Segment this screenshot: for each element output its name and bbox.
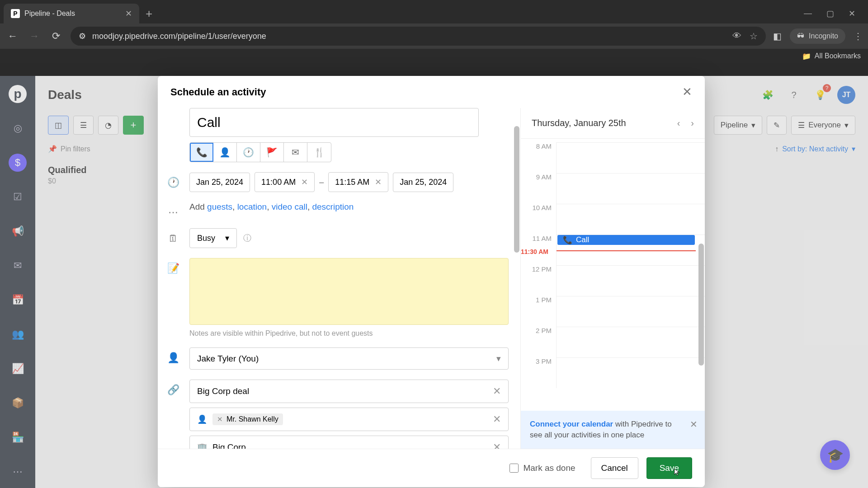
maximize-icon[interactable]: ▢ xyxy=(826,9,834,19)
person-icon: 👤 xyxy=(166,347,180,364)
add-location-link[interactable]: location xyxy=(237,202,267,211)
dash-separator: – xyxy=(319,178,324,187)
time-label: 1 PM xyxy=(521,296,556,327)
type-call-button[interactable]: 📞 xyxy=(190,143,213,162)
tab-close-icon[interactable]: ✕ xyxy=(125,9,132,19)
clear-icon[interactable]: ✕ xyxy=(375,177,382,187)
prev-day-button[interactable]: ‹ xyxy=(677,118,680,128)
schedule-activity-modal: Schedule an activity ✕ Call 📞 👤 🕐 🚩 xyxy=(158,76,705,487)
time-label: 8 AM xyxy=(521,142,556,173)
deal-input[interactable]: Big Corp deal ✕ xyxy=(189,380,509,403)
type-task-button[interactable]: 🕐 xyxy=(237,143,260,162)
calendar-connect-banner: Connect your calendar with Pipedrive to … xyxy=(521,411,705,449)
calendar-date-label: Thursday, January 25th xyxy=(532,118,626,128)
more-icon[interactable]: ⋯ xyxy=(166,202,180,218)
connect-calendar-link[interactable]: Connect your calendar xyxy=(530,420,613,428)
next-day-button[interactable]: › xyxy=(691,118,694,128)
person-input[interactable]: 👤 ✕ Mr. Shawn Kelly ✕ xyxy=(189,408,509,431)
time-label: 2 PM xyxy=(521,327,556,357)
bookmark-star-icon[interactable]: ☆ xyxy=(750,31,758,42)
org-input[interactable]: 🏢 Big Corp ✕ xyxy=(189,436,509,449)
close-window-icon[interactable]: ✕ xyxy=(849,9,855,19)
clock-icon: 🕐 xyxy=(166,172,180,188)
start-date-input[interactable]: Jan 25, 2024 xyxy=(189,173,250,192)
clear-icon[interactable]: ✕ xyxy=(493,413,501,425)
chevron-down-icon: ▾ xyxy=(496,353,501,364)
type-meeting-button[interactable]: 👤 xyxy=(213,143,237,162)
end-time-input[interactable]: 11:15 AM✕ xyxy=(328,172,388,192)
notes-icon: 📝 xyxy=(166,258,180,274)
clear-icon[interactable]: ✕ xyxy=(493,441,501,449)
url-bar[interactable]: ⚙ moodjoy.pipedrive.com/pipeline/1/user/… xyxy=(71,27,766,46)
clear-icon[interactable]: ✕ xyxy=(301,177,308,187)
time-label: 9 AM xyxy=(521,173,556,204)
forward-button: → xyxy=(27,30,42,42)
close-banner-icon[interactable]: ✕ xyxy=(690,418,698,431)
new-tab-button[interactable]: + xyxy=(141,7,157,21)
reload-button[interactable]: ⟳ xyxy=(49,30,63,42)
all-bookmarks-link[interactable]: All Bookmarks xyxy=(815,52,861,60)
minimize-icon[interactable]: — xyxy=(804,9,812,19)
scrollbar-thumb[interactable] xyxy=(698,244,704,366)
type-email-button[interactable]: ✉ xyxy=(284,143,307,162)
tab-title: Pipeline - Deals xyxy=(24,9,121,18)
tab-favicon: P xyxy=(11,9,20,18)
url-text: moodjoy.pipedrive.com/pipeline/1/user/ev… xyxy=(92,32,266,41)
modal-title: Schedule an activity xyxy=(170,86,266,98)
owner-select[interactable]: Jake Tyler (You) ▾ xyxy=(189,347,509,370)
save-button[interactable]: Save xyxy=(646,457,692,479)
incognito-label: Incognito xyxy=(809,32,838,40)
type-deadline-button[interactable]: 🚩 xyxy=(260,143,284,162)
site-settings-icon[interactable]: ⚙ xyxy=(79,31,86,41)
person-icon: 👤 xyxy=(197,414,207,424)
incognito-icon: 🕶 xyxy=(797,32,804,40)
mark-done-input[interactable] xyxy=(509,464,519,473)
close-icon[interactable]: ✕ xyxy=(682,85,692,99)
busy-icon: 🗓 xyxy=(166,228,180,244)
menu-icon[interactable]: ⋮ xyxy=(854,31,863,42)
now-indicator xyxy=(557,250,696,251)
link-icon: 🔗 xyxy=(166,380,180,396)
hide-icon[interactable]: 👁 xyxy=(732,31,741,42)
building-icon: 🏢 xyxy=(197,442,207,449)
availability-select[interactable]: Busy ▾ xyxy=(189,228,237,248)
now-time-label: 11:30 AM xyxy=(521,248,548,255)
call-icon: 📞 xyxy=(563,235,572,245)
mark-done-checkbox[interactable]: Mark as done xyxy=(509,463,575,473)
time-label: 12 PM xyxy=(521,265,556,296)
add-guests-link[interactable]: guests xyxy=(207,202,232,211)
calendar-event[interactable]: 📞 Call xyxy=(557,235,695,245)
clear-icon[interactable]: ✕ xyxy=(493,385,501,397)
browser-tab[interactable]: P Pipeline - Deals ✕ xyxy=(4,4,139,23)
end-date-input[interactable]: Jan 25, 2024 xyxy=(393,173,453,192)
back-button[interactable]: ← xyxy=(5,30,20,42)
time-label: 10 AM xyxy=(521,204,556,235)
folder-icon: 📁 xyxy=(802,52,811,61)
person-chip[interactable]: ✕ Mr. Shawn Kelly xyxy=(212,413,283,425)
add-fields-row: Add guests, location, video call, descri… xyxy=(189,202,509,212)
time-label: 3 PM xyxy=(521,357,556,388)
add-video-call-link[interactable]: video call xyxy=(272,202,307,211)
chevron-down-icon: ▾ xyxy=(225,233,229,243)
remove-chip-icon[interactable]: ✕ xyxy=(217,415,223,423)
type-lunch-button[interactable]: 🍴 xyxy=(307,143,331,162)
start-time-input[interactable]: 11:00 AM✕ xyxy=(255,172,315,192)
add-description-link[interactable]: description xyxy=(312,202,354,211)
scrollbar-thumb[interactable] xyxy=(514,126,519,253)
side-panel-icon[interactable]: ◧ xyxy=(773,31,782,42)
notes-hint: Notes are visible within Pipedrive, but … xyxy=(189,329,509,338)
cancel-button[interactable]: Cancel xyxy=(591,457,638,479)
activity-title-input[interactable]: Call xyxy=(189,108,479,137)
incognito-badge[interactable]: 🕶 Incognito xyxy=(790,28,845,44)
notes-textarea[interactable] xyxy=(189,258,509,325)
info-icon[interactable]: ⓘ xyxy=(243,233,251,244)
